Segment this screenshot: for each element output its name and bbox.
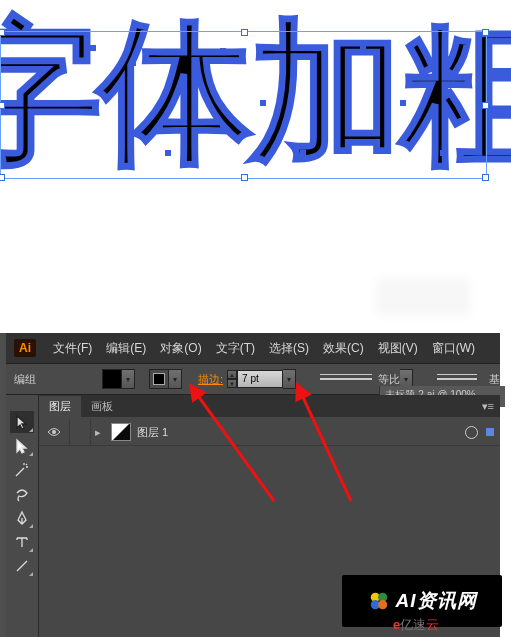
anchor-point[interactable] bbox=[90, 45, 96, 51]
fill-swatch-dropdown[interactable]: ▾ bbox=[122, 369, 135, 389]
width-profile-preview[interactable] bbox=[320, 374, 372, 384]
selection-tool[interactable] bbox=[10, 411, 34, 433]
handle-bot-right[interactable] bbox=[482, 174, 489, 181]
menu-view[interactable]: 视图(V) bbox=[371, 340, 425, 357]
watermark-text: AI资讯网 bbox=[396, 588, 477, 614]
flower-icon bbox=[368, 590, 390, 612]
spin-up-icon[interactable]: ▲ bbox=[227, 370, 237, 379]
document-canvas[interactable]: 字体加粗 bbox=[0, 0, 511, 333]
anchor-point[interactable] bbox=[130, 60, 136, 66]
stroke-panel-link[interactable]: 描边: bbox=[198, 372, 223, 387]
expand-layer-icon[interactable]: ▸ bbox=[91, 426, 105, 439]
layer-name[interactable]: 图层 1 bbox=[137, 425, 465, 440]
magic-wand-tool[interactable] bbox=[10, 459, 34, 481]
layer-row[interactable]: ▸ 图层 1 bbox=[39, 419, 500, 446]
menu-edit[interactable]: 编辑(E) bbox=[99, 340, 153, 357]
panel-tab-group: 图层 画板 ▾≡ bbox=[39, 395, 500, 417]
menu-window[interactable]: 窗口(W) bbox=[425, 340, 482, 357]
lock-toggle[interactable] bbox=[70, 419, 91, 445]
brush-label-truncated[interactable]: 基 bbox=[489, 372, 500, 387]
blurred-watermark bbox=[376, 278, 471, 316]
line-segment-tool[interactable] bbox=[10, 555, 34, 577]
menu-select[interactable]: 选择(S) bbox=[262, 340, 316, 357]
layer-thumbnail[interactable] bbox=[111, 423, 131, 441]
selection-context-label: 编组 bbox=[14, 372, 52, 387]
target-icon[interactable] bbox=[465, 426, 478, 439]
panel-menu-icon[interactable]: ▾≡ bbox=[482, 400, 494, 413]
anchor-point[interactable] bbox=[165, 150, 171, 156]
menu-type[interactable]: 文字(T) bbox=[209, 340, 262, 357]
menu-object[interactable]: 对象(O) bbox=[153, 340, 208, 357]
handle-bot-left[interactable] bbox=[0, 174, 5, 181]
tool-flyout-icon bbox=[29, 572, 33, 576]
anchor-point[interactable] bbox=[400, 100, 406, 106]
stroke-swatch[interactable] bbox=[149, 369, 169, 389]
tool-flyout-icon bbox=[29, 452, 33, 456]
stroke-weight-field[interactable]: 7 pt bbox=[237, 370, 283, 388]
tool-flyout-icon bbox=[29, 428, 33, 432]
anchor-point[interactable] bbox=[260, 100, 266, 106]
stroke-weight-spinner[interactable]: ▲▼ bbox=[227, 370, 237, 388]
tools-panel bbox=[6, 395, 39, 637]
layers-list: ▸ 图层 1 bbox=[39, 417, 500, 448]
tab-layers[interactable]: 图层 bbox=[39, 396, 81, 417]
selection-bounding-box[interactable] bbox=[0, 31, 487, 179]
direct-selection-tool[interactable] bbox=[10, 435, 34, 457]
svg-point-4 bbox=[378, 600, 387, 609]
anchor-point[interactable] bbox=[220, 48, 226, 54]
selection-indicator[interactable] bbox=[486, 428, 494, 436]
handle-top-mid[interactable] bbox=[241, 29, 248, 36]
lasso-tool[interactable] bbox=[10, 483, 34, 505]
handle-bot-mid[interactable] bbox=[241, 174, 248, 181]
selected-object-group[interactable]: 字体加粗 bbox=[0, 0, 511, 205]
visibility-toggle[interactable] bbox=[39, 419, 70, 445]
brush-preview[interactable] bbox=[437, 374, 477, 384]
menu-effect[interactable]: 效果(C) bbox=[316, 340, 371, 357]
pen-tool[interactable] bbox=[10, 507, 34, 529]
anchor-point[interactable] bbox=[440, 150, 446, 156]
watermark-secondary-b: 云 bbox=[426, 617, 439, 632]
anchor-point[interactable] bbox=[300, 150, 306, 156]
tab-artboards[interactable]: 画板 bbox=[81, 396, 123, 417]
handle-mid-left[interactable] bbox=[0, 102, 5, 109]
tool-flyout-icon bbox=[29, 548, 33, 552]
width-profile-label[interactable]: 等比 bbox=[378, 372, 400, 387]
anchor-point[interactable] bbox=[360, 46, 366, 52]
fill-swatch[interactable] bbox=[102, 369, 122, 389]
menu-bar: Ai 文件(F) 编辑(E) 对象(O) 文字(T) 选择(S) 效果(C) 视… bbox=[6, 333, 500, 363]
type-tool[interactable] bbox=[10, 531, 34, 553]
eye-icon bbox=[47, 427, 61, 437]
handle-top-left[interactable] bbox=[0, 29, 5, 36]
stroke-weight-dropdown[interactable]: ▾ bbox=[283, 369, 296, 389]
watermark-secondary-a: 亿速 bbox=[400, 617, 426, 632]
stroke-swatch-dropdown[interactable]: ▾ bbox=[169, 369, 182, 389]
tool-flyout-icon bbox=[29, 524, 33, 528]
watermark-secondary: e亿速云 bbox=[393, 616, 439, 634]
menu-file[interactable]: 文件(F) bbox=[46, 340, 99, 357]
app-logo-icon: Ai bbox=[14, 339, 36, 357]
handle-mid-right[interactable] bbox=[482, 102, 489, 109]
spin-down-icon[interactable]: ▼ bbox=[227, 379, 237, 388]
handle-top-right[interactable] bbox=[482, 29, 489, 36]
svg-point-0 bbox=[52, 430, 56, 434]
